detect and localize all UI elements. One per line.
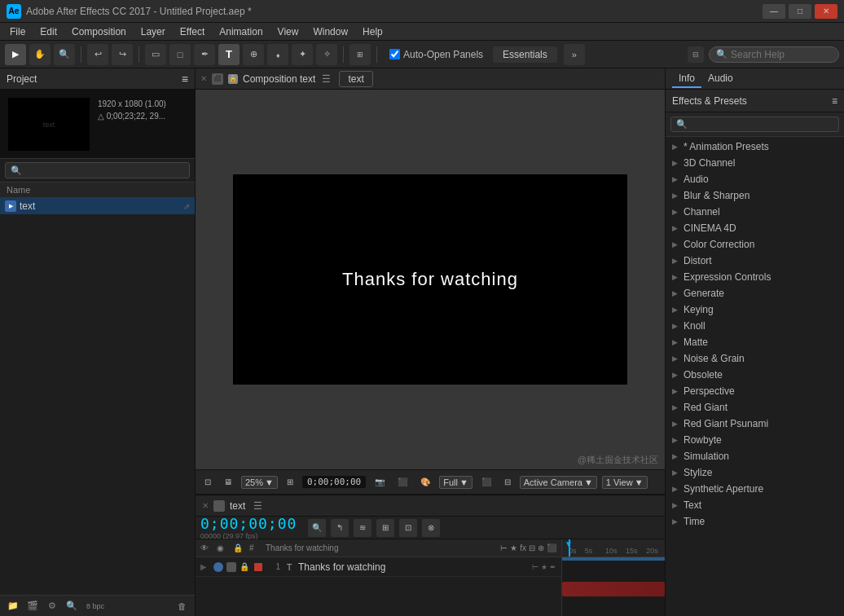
essentials-button[interactable]: Essentials — [493, 46, 557, 63]
effect-item[interactable]: ▶Obsolete — [666, 367, 844, 383]
window-controls[interactable]: — □ ✕ — [763, 4, 837, 19]
menu-edit[interactable]: Edit — [33, 24, 64, 39]
menu-file[interactable]: File — [3, 24, 32, 39]
comp-tab-pill[interactable]: text — [339, 71, 372, 87]
effect-item[interactable]: ▶Time — [666, 513, 844, 530]
project-new-folder[interactable]: 📁 — [5, 598, 21, 614]
tl-stagger-btn[interactable]: ≋ — [354, 519, 371, 537]
hand-tool[interactable]: ✋ — [29, 44, 51, 65]
shape-tool[interactable]: □ — [169, 44, 191, 65]
redo-btn[interactable]: ↪ — [112, 44, 133, 65]
effect-item[interactable]: ▶Blur & Sharpen — [666, 187, 844, 204]
menu-animation[interactable]: Animation — [213, 24, 269, 39]
effect-item[interactable]: ▶Distort — [666, 253, 844, 269]
effect-item[interactable]: ▶Expression Controls — [666, 269, 844, 285]
project-search-btn[interactable]: 🔍 — [64, 598, 80, 614]
menu-view[interactable]: View — [271, 24, 306, 39]
playhead[interactable] — [569, 539, 570, 557]
effect-item[interactable]: ▶* Animation Presets — [666, 139, 844, 155]
project-new-comp[interactable]: 🎬 — [24, 598, 41, 614]
timeline-timecode[interactable]: 0;00;00;00 — [200, 515, 297, 532]
tl-solo-btn[interactable]: ⊗ — [422, 519, 440, 537]
paint-tool[interactable]: ⬧ — [267, 44, 288, 65]
tl-parent-btn[interactable]: ↰ — [331, 519, 349, 537]
comp-camera-select[interactable]: Active Camera ▼ — [520, 476, 597, 489]
menu-effect[interactable]: Effect — [174, 24, 211, 39]
menu-layer[interactable]: Layer — [134, 24, 172, 39]
comp-render-btn[interactable]: ⬛ — [393, 476, 411, 488]
layer-icon-star[interactable]: ★ — [541, 563, 547, 571]
tab-audio[interactable]: Audio — [701, 70, 740, 88]
timeline-menu[interactable]: ☰ — [253, 500, 262, 512]
effect-item[interactable]: ▶Generate — [666, 285, 844, 301]
effect-item[interactable]: ▶Keying — [666, 301, 844, 318]
tl-align-btn[interactable]: ⊞ — [376, 519, 394, 537]
clone-tool[interactable]: ⊕ — [243, 44, 264, 65]
effects-panel-menu[interactable]: ≡ — [832, 95, 837, 107]
pen-tool[interactable]: ✒ — [194, 44, 215, 65]
menu-composition[interactable]: Composition — [65, 24, 133, 39]
project-delete[interactable]: 🗑 — [174, 598, 190, 614]
effect-item[interactable]: ▶Stylize — [666, 464, 844, 481]
tl-search-btn[interactable]: 🔍 — [308, 519, 326, 537]
selection-tool[interactable]: ▶ — [5, 44, 26, 65]
effect-item[interactable]: ▶Simulation — [666, 448, 844, 464]
effect-item[interactable]: ▶Audio — [666, 171, 844, 187]
puppet-tool[interactable]: ✦ — [292, 44, 313, 65]
effect-item[interactable]: ▶Color Correction — [666, 236, 844, 253]
layer-lock-btn[interactable]: 🔒 — [240, 562, 249, 571]
comp-view-select[interactable]: 1 View ▼ — [602, 476, 648, 489]
effect-item[interactable]: ▶Knoll — [666, 318, 844, 334]
auto-open-checkbox[interactable] — [389, 49, 400, 59]
layer-visibility[interactable] — [213, 562, 223, 572]
effect-item[interactable]: ▶Rowbyte — [666, 432, 844, 448]
project-8bpc[interactable]: 8 bpc — [83, 598, 108, 614]
project-search-input[interactable] — [5, 162, 190, 178]
menu-window[interactable]: Window — [306, 24, 354, 39]
comp-pixel[interactable]: ⊟ — [500, 476, 515, 488]
maximize-button[interactable]: □ — [789, 4, 811, 19]
track-bar-text[interactable] — [562, 582, 665, 596]
search-input[interactable] — [731, 49, 837, 60]
comp-zoom-select[interactable]: 25% ▼ — [241, 476, 278, 489]
layer-solo-btn[interactable] — [226, 562, 236, 572]
layer-icon-pen[interactable]: ✒ — [550, 563, 556, 571]
workspace-more[interactable]: » — [564, 44, 585, 65]
project-item[interactable]: ▶ text ⇗ — [0, 198, 195, 214]
layer-color-swatch[interactable] — [254, 563, 262, 571]
effect-item[interactable]: ▶Matte — [666, 334, 844, 350]
comp-bottom-snap[interactable]: ⊡ — [200, 476, 215, 488]
effect-item[interactable]: ▶Perspective — [666, 383, 844, 399]
text-tool[interactable]: T — [218, 44, 240, 65]
effect-item[interactable]: ▶3D Channel — [666, 155, 844, 171]
effect-item[interactable]: ▶Red Giant — [666, 399, 844, 416]
effect-item[interactable]: ▶Synthetic Aperture — [666, 481, 844, 497]
comp-colorwheel[interactable]: 🎨 — [416, 476, 434, 488]
effect-item[interactable]: ▶CINEMA 4D — [666, 220, 844, 236]
undo-btn[interactable]: ↩ — [87, 44, 108, 65]
tab-info[interactable]: Info — [672, 70, 701, 88]
effect-item[interactable]: ▶Text — [666, 497, 844, 513]
project-panel-menu[interactable]: ≡ — [182, 73, 188, 86]
comp-quality-select[interactable]: Full ▼ — [439, 476, 473, 489]
comp-close[interactable]: ✕ — [200, 74, 207, 83]
project-settings[interactable]: ⚙ — [44, 598, 60, 614]
mask-tool[interactable]: ▭ — [145, 44, 166, 65]
layer-expand[interactable]: ▶ — [200, 562, 210, 571]
effect-item[interactable]: ▶Noise & Grain — [666, 350, 844, 367]
close-button[interactable]: ✕ — [815, 4, 837, 19]
effects-search-input[interactable] — [691, 120, 833, 130]
menu-help[interactable]: Help — [356, 24, 389, 39]
comp-fit-btn[interactable]: ⊞ — [283, 476, 297, 488]
timeline-close[interactable]: ✕ — [202, 501, 209, 510]
effect-item[interactable]: ▶Red Giant Psunami — [666, 416, 844, 432]
tl-motion-btn[interactable]: ⊡ — [399, 519, 417, 537]
minimize-button[interactable]: — — [763, 4, 785, 19]
comp-toggle[interactable]: ⊞ — [349, 44, 371, 65]
comp-bottom-monitor[interactable]: 🖥 — [220, 476, 236, 488]
puppet2-tool[interactable]: ✧ — [316, 44, 337, 65]
comp-channels[interactable]: ⬛ — [477, 476, 495, 488]
effect-item[interactable]: ▶Channel — [666, 204, 844, 220]
zoom-tool[interactable]: 🔍 — [54, 44, 75, 65]
layer-icon-solo[interactable]: ⊢ — [532, 563, 538, 571]
